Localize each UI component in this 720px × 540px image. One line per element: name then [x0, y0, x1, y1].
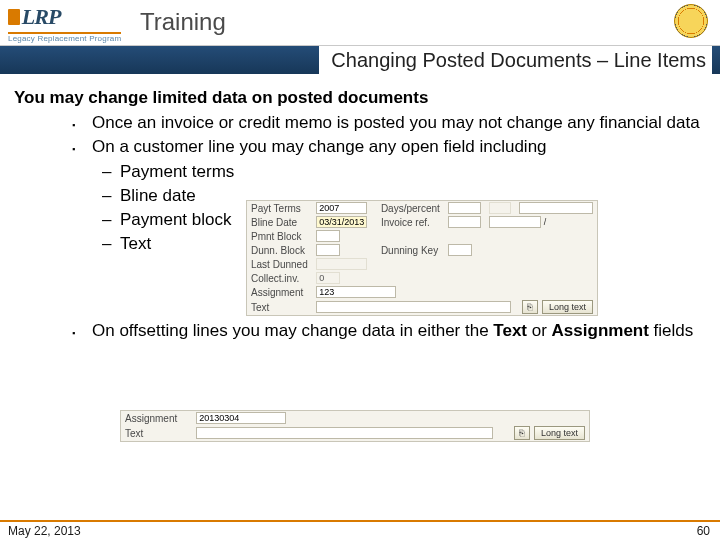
- long-text-button-2[interactable]: Long text: [534, 426, 585, 440]
- header: LRP Legacy Replacement Program Training: [0, 0, 720, 46]
- bullet-1: Once an invoice or credit memo is posted…: [92, 112, 710, 134]
- payt-terms-input[interactable]: [316, 202, 367, 214]
- sap-panel-offsetting-line: Assignment Text ⎘Long text: [120, 410, 590, 442]
- footer-divider: [0, 520, 720, 522]
- seal-icon: [674, 4, 708, 38]
- text-label-2: Text: [121, 425, 192, 441]
- assignment-label-2: Assignment: [121, 411, 192, 425]
- invoice-ref-label: Invoice ref.: [371, 215, 445, 229]
- text-input-2[interactable]: [196, 427, 493, 439]
- sap-panel-customer-line: Payt Terms Days/percent Bline Date Invoi…: [246, 200, 598, 316]
- bullet-list-2: On offsetting lines you may change data …: [92, 320, 710, 342]
- logo: LRP Legacy Replacement Program: [8, 4, 121, 43]
- lead-text: You may change limited data on posted do…: [14, 88, 710, 108]
- assignment-label: Assignment: [247, 285, 312, 299]
- days-percent-label: Days/percent: [371, 201, 445, 215]
- subtitle: Changing Posted Documents – Line Items: [319, 46, 712, 74]
- page-number: 60: [697, 524, 710, 538]
- header-title: Training: [140, 8, 226, 36]
- subtitle-bar: Changing Posted Documents – Line Items: [0, 46, 720, 74]
- footer-date: May 22, 2013: [8, 524, 81, 538]
- last-dunned-input[interactable]: [316, 258, 367, 270]
- dunn-block-input[interactable]: [316, 244, 340, 256]
- last-dunned-label: Last Dunned: [247, 257, 312, 271]
- text-input[interactable]: [316, 301, 511, 313]
- bline-date-input[interactable]: [316, 216, 367, 228]
- assignment-input[interactable]: [316, 286, 396, 298]
- days-input-1[interactable]: [448, 202, 480, 214]
- pmnt-block-label: Pmnt Block: [247, 229, 312, 243]
- bullet-3: On offsetting lines you may change data …: [92, 320, 710, 342]
- text-label: Text: [247, 299, 312, 315]
- footer: May 22, 2013 60: [0, 520, 720, 540]
- long-text-button[interactable]: Long text: [542, 300, 593, 314]
- slide: LRP Legacy Replacement Program Training …: [0, 0, 720, 540]
- collect-inv-label: Collect.inv.: [247, 271, 312, 285]
- bline-date-label: Bline Date: [247, 215, 312, 229]
- dunning-key-label: Dunning Key: [371, 243, 445, 257]
- collect-inv-input[interactable]: [316, 272, 340, 284]
- invoice-ref-input-2[interactable]: [489, 216, 541, 228]
- logo-accent-icon: [8, 9, 20, 25]
- invoice-ref-input-1[interactable]: [448, 216, 480, 228]
- pmnt-block-input[interactable]: [316, 230, 340, 242]
- dunn-block-label: Dunn. Block: [247, 243, 312, 257]
- assignment-input-2[interactable]: [196, 412, 286, 424]
- long-text-icon[interactable]: ⎘: [522, 300, 538, 314]
- sub-bullet-1: Payment terms: [120, 160, 710, 184]
- percent-input-1[interactable]: [489, 202, 511, 214]
- bullet-2-text: On a customer line you may change any op…: [92, 137, 547, 156]
- payt-terms-label: Payt Terms: [247, 201, 312, 215]
- days-input-2[interactable]: [519, 202, 593, 214]
- dunning-key-input[interactable]: [448, 244, 472, 256]
- logo-tagline: Legacy Replacement Program: [8, 34, 121, 43]
- long-text-icon-2[interactable]: ⎘: [514, 426, 530, 440]
- logo-brand: LRP: [22, 4, 61, 29]
